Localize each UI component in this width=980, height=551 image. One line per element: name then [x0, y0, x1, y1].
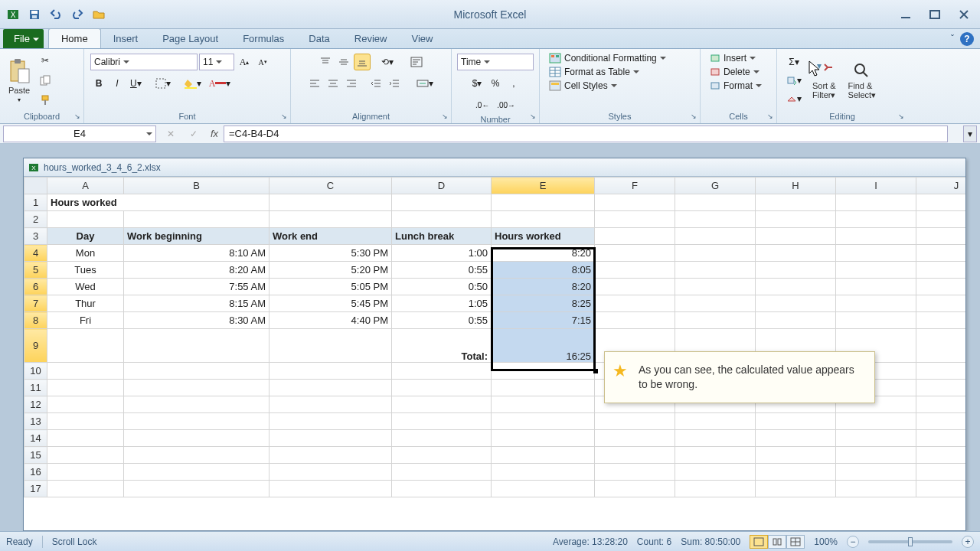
col-header[interactable]: B	[124, 178, 270, 194]
cell[interactable]: 4:40 PM	[270, 312, 392, 329]
page-layout-view-icon[interactable]	[768, 535, 786, 549]
page-break-view-icon[interactable]	[786, 535, 805, 549]
close-icon[interactable]	[957, 9, 971, 20]
increase-indent-icon[interactable]	[386, 75, 403, 92]
tab-data[interactable]: Data	[296, 29, 341, 48]
wrap-text-icon[interactable]	[407, 54, 426, 70]
format-cells-button[interactable]: Format	[707, 80, 765, 92]
cell[interactable]: 7:15	[492, 312, 595, 329]
cell[interactable]: Work beginning	[124, 228, 270, 245]
cell[interactable]: 16:25	[492, 329, 595, 363]
row-header[interactable]: 1	[24, 194, 47, 211]
col-header[interactable]: F	[595, 178, 675, 194]
align-top-icon[interactable]	[317, 54, 334, 70]
align-bottom-icon[interactable]	[354, 54, 371, 70]
cell[interactable]: 0:55	[392, 312, 492, 329]
cell[interactable]: Wed	[47, 279, 124, 295]
col-header[interactable]: J	[916, 178, 966, 194]
row-header[interactable]: 11	[24, 380, 47, 396]
percent-icon[interactable]: %	[487, 75, 504, 92]
col-header[interactable]: D	[392, 178, 492, 194]
delete-cells-button[interactable]: Delete	[707, 66, 763, 78]
find-select-button[interactable]: Find &Select▾	[844, 60, 881, 102]
align-center-icon[interactable]	[325, 75, 341, 92]
cell[interactable]: Total:	[392, 329, 492, 363]
zoom-out-icon[interactable]: −	[847, 536, 859, 548]
row-header[interactable]: 15	[24, 447, 47, 464]
format-as-table-button[interactable]: Format as Table	[546, 66, 642, 78]
cell[interactable]: Hours worked	[492, 228, 595, 245]
spreadsheet-grid[interactable]: A B C D E F G H I J 1Hours worked 2 3 Da…	[24, 177, 965, 530]
row-header[interactable]: 17	[24, 481, 47, 497]
font-color-icon[interactable]: A▾	[206, 75, 234, 92]
fill-color-icon[interactable]: ▾	[181, 75, 204, 92]
select-all-corner[interactable]	[24, 178, 47, 194]
row-header[interactable]: 2	[24, 211, 47, 228]
row-header[interactable]: 6	[24, 279, 47, 295]
conditional-formatting-button[interactable]: Conditional Formatting	[546, 52, 669, 64]
col-header[interactable]: G	[675, 178, 756, 194]
workbook-titlebar[interactable]: X hours_worked_3_4_6_2.xlsx	[24, 158, 965, 177]
bold-icon[interactable]: B	[90, 75, 107, 92]
cell[interactable]: Lunch break	[392, 228, 492, 245]
col-header[interactable]: H	[756, 178, 836, 194]
cancel-formula-icon[interactable]: ✕	[167, 129, 175, 139]
fill-icon[interactable]: ▾	[783, 72, 805, 89]
tab-view[interactable]: View	[399, 29, 445, 48]
cell[interactable]: 7:55 AM	[124, 279, 270, 295]
cell[interactable]: 8:20	[492, 279, 595, 295]
orientation-icon[interactable]: ⟲▾	[378, 54, 397, 70]
row-header[interactable]: 7	[24, 295, 47, 312]
row-header[interactable]: 10	[24, 363, 47, 380]
insert-cells-button[interactable]: Insert	[707, 52, 759, 64]
cell[interactable]: Mon	[47, 245, 124, 262]
row-header[interactable]: 5	[24, 262, 47, 279]
row-header[interactable]: 8	[24, 312, 47, 329]
tab-home[interactable]: Home	[48, 28, 101, 48]
cell[interactable]: 1:05	[392, 295, 492, 312]
row-header[interactable]: 12	[24, 396, 47, 413]
excel-icon[interactable]: X	[3, 5, 23, 24]
decrease-decimal-icon[interactable]: .00→	[494, 96, 518, 113]
increase-font-icon[interactable]: A▴	[236, 54, 253, 70]
normal-view-icon[interactable]	[750, 535, 768, 549]
collapse-ribbon-icon[interactable]: ˇ	[951, 34, 954, 44]
font-size-combo[interactable]: 11	[199, 54, 234, 70]
clear-icon[interactable]: ▾	[783, 90, 805, 107]
open-folder-icon[interactable]	[89, 5, 109, 24]
row-header[interactable]: 13	[24, 413, 47, 430]
col-header[interactable]: A	[47, 178, 124, 194]
autosum-icon[interactable]: Σ▾	[783, 54, 805, 70]
cell[interactable]: 8:20 AM	[124, 262, 270, 279]
cell[interactable]: 5:05 PM	[270, 279, 392, 295]
cell[interactable]: 8:25	[492, 295, 595, 312]
decrease-indent-icon[interactable]	[368, 75, 384, 92]
italic-icon[interactable]: I	[109, 75, 126, 92]
cell[interactable]: Fri	[47, 312, 124, 329]
number-format-combo[interactable]: Time	[457, 54, 534, 70]
cell[interactable]: Tues	[47, 262, 124, 279]
save-icon[interactable]	[24, 5, 44, 24]
undo-icon[interactable]	[46, 5, 66, 24]
cell[interactable]: 8:15 AM	[124, 295, 270, 312]
comma-icon[interactable]: ,	[505, 75, 522, 92]
cell[interactable]: 5:20 PM	[270, 262, 392, 279]
paste-button[interactable]: Paste ▾	[3, 57, 35, 105]
increase-decimal-icon[interactable]: .0←	[472, 96, 492, 113]
tab-insert[interactable]: Insert	[101, 29, 151, 48]
cell[interactable]: 8:05	[492, 262, 595, 279]
name-box[interactable]: E4	[3, 126, 156, 142]
cell[interactable]: 8:10 AM	[124, 245, 270, 262]
sort-filter-button[interactable]: Sort &Filter▾	[808, 60, 841, 102]
merge-center-icon[interactable]: ▾	[413, 75, 436, 92]
cell[interactable]: 5:30 PM	[270, 245, 392, 262]
cell[interactable]: Thur	[47, 295, 124, 312]
row-header[interactable]: 4	[24, 245, 47, 262]
decrease-font-icon[interactable]: A▾	[254, 54, 271, 70]
selection-fill-handle[interactable]	[593, 369, 598, 373]
cell[interactable]: 1:00	[392, 245, 492, 262]
cell[interactable]: Hours worked	[47, 194, 270, 211]
cell[interactable]: 8:20	[492, 245, 595, 262]
col-header[interactable]: E	[492, 178, 595, 194]
format-painter-icon[interactable]	[37, 92, 54, 109]
